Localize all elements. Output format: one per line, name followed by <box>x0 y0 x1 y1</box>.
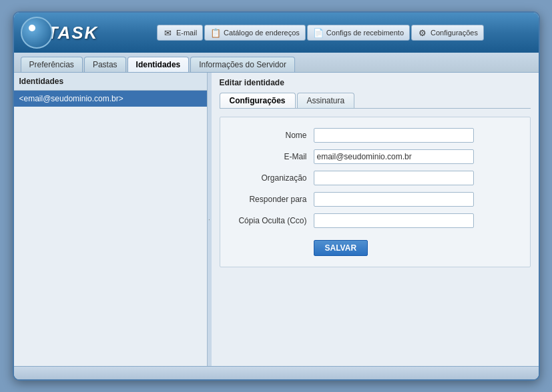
receive-settings-icon: 📄 <box>313 27 324 38</box>
toolbar-buttons: ✉ E-mail 📋 Catálogo de endereços 📄 Confi… <box>109 25 531 41</box>
right-panel: Editar identidade Configurações Assinatu… <box>212 73 539 366</box>
logo-dot <box>29 25 35 31</box>
form-row-email: E-Mail <box>234 149 517 164</box>
form-row-copia-oculta: Cópia Oculta (Cco) <box>234 213 517 228</box>
form-row-responder-para: Responder para <box>234 192 517 207</box>
form-row-organizacao: Organização <box>234 171 517 185</box>
identity-form: Nome E-Mail Organização Responder para C… <box>220 117 531 267</box>
tab-inner-configurations[interactable]: Configurações <box>220 93 296 108</box>
bottom-bar <box>14 366 539 379</box>
email-button-label: E-mail <box>176 29 197 37</box>
identity-item[interactable]: <email@seudominio.com.br> <box>14 91 207 107</box>
input-copia-oculta[interactable] <box>314 213 474 228</box>
address-book-label: Catálogo de endereços <box>224 29 300 37</box>
configurations-button-label: Configurações <box>431 29 478 37</box>
toolbar: TASK ✉ E-mail 📋 Catálogo de endereços 📄 … <box>14 13 539 53</box>
input-responder-para[interactable] <box>314 192 474 207</box>
label-copia-oculta: Cópia Oculta (Cco) <box>234 216 314 225</box>
identities-panel-title: Identidades <box>14 73 207 91</box>
receive-settings-label: Configs de recebimento <box>326 29 404 37</box>
label-email: E-Mail <box>234 152 314 161</box>
email-icon: ✉ <box>163 27 174 38</box>
input-organizacao[interactable] <box>314 171 474 185</box>
logo-circle <box>21 17 53 49</box>
label-responder-para: Responder para <box>234 195 314 204</box>
main-content: Identidades <email@seudominio.com.br> · … <box>14 73 539 366</box>
main-window: TASK ✉ E-mail 📋 Catálogo de endereços 📄 … <box>13 11 540 381</box>
logo-text: TASK <box>47 23 99 43</box>
receive-settings-button[interactable]: 📄 Configs de recebimento <box>307 25 410 41</box>
label-nome: Nome <box>234 131 314 140</box>
edit-identity-title: Editar identidade <box>220 78 531 87</box>
form-row-nome: Nome <box>234 128 517 143</box>
left-panel: Identidades <email@seudominio.com.br> <box>14 73 208 366</box>
save-button[interactable]: SALVAR <box>314 240 368 256</box>
configurations-icon: ⚙ <box>417 27 428 38</box>
address-book-button[interactable]: 📋 Catálogo de endereços <box>204 25 306 41</box>
tab-server-info[interactable]: Informações do Servidor <box>190 57 295 72</box>
email-button[interactable]: ✉ E-mail <box>157 25 203 41</box>
tab-identities[interactable]: Identidades <box>127 57 190 72</box>
logo-area: TASK <box>21 17 99 49</box>
tab-inner-signature[interactable]: Assinatura <box>297 93 355 108</box>
inner-tab-bar: Configurações Assinatura <box>220 93 531 109</box>
configurations-button[interactable]: ⚙ Configurações <box>411 25 484 41</box>
label-organizacao: Organização <box>234 173 314 183</box>
tab-preferences[interactable]: Preferências <box>21 57 83 72</box>
main-tab-bar: Preferências Pastas Identidades Informaç… <box>14 53 539 73</box>
input-nome[interactable] <box>314 128 474 143</box>
input-email[interactable] <box>314 149 474 164</box>
tab-folders[interactable]: Pastas <box>84 57 126 72</box>
address-book-icon: 📋 <box>210 27 221 38</box>
